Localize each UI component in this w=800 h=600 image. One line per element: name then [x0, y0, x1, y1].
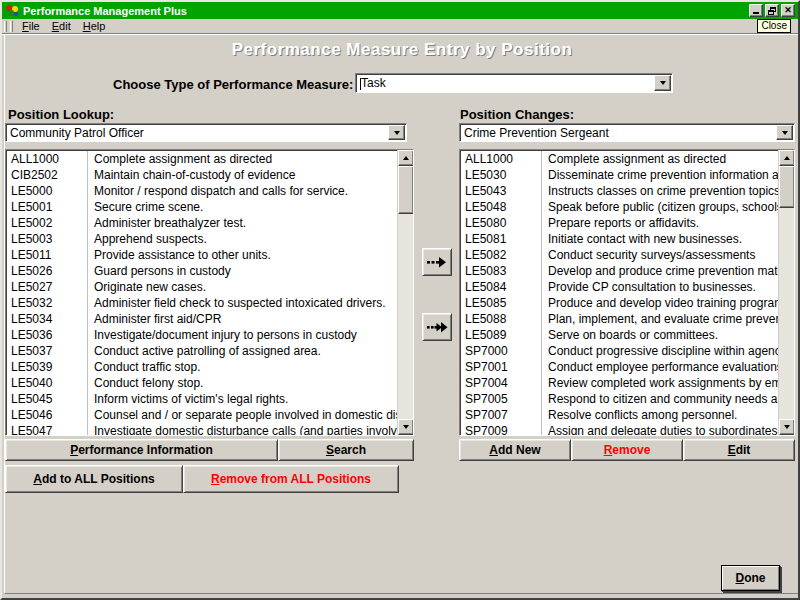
- close-button[interactable]: ✕: [781, 4, 795, 17]
- position-changes-dropdown-button[interactable]: [776, 125, 793, 140]
- menu-edit[interactable]: Edit: [46, 19, 77, 33]
- list-item[interactable]: LE5088Plan, implement, and evaluate crim…: [460, 311, 778, 327]
- measure-description: Conduct active patrolling of assigned ar…: [88, 343, 397, 359]
- arrow-down-icon: [784, 425, 790, 429]
- changes-actions-row: Add New Remove Edit: [459, 439, 795, 461]
- list-item[interactable]: LE5011Provide assistance to other units.: [6, 247, 397, 263]
- list-item[interactable]: CIB2502Maintain chain-of-custody of evid…: [6, 167, 397, 183]
- menu-file[interactable]: File: [16, 19, 46, 33]
- list-item[interactable]: SP7004Review completed work assignments …: [460, 375, 778, 391]
- scroll-up-button[interactable]: [779, 150, 795, 166]
- list-item[interactable]: LE5046Counsel and / or separate people i…: [6, 407, 397, 423]
- remove-button[interactable]: Remove: [571, 439, 683, 461]
- list-item[interactable]: LE5083Develop and produce crime preventi…: [460, 263, 778, 279]
- list-item[interactable]: LE5084Provide CP consultation to busines…: [460, 279, 778, 295]
- measure-code: LE5030: [460, 167, 542, 183]
- list-item[interactable]: LE5032Administer field check to suspecte…: [6, 295, 397, 311]
- position-changes-combobox[interactable]: Crime Prevention Sergeant: [459, 123, 795, 142]
- add-to-all-positions-button[interactable]: Add to ALL Positions: [5, 465, 183, 493]
- list-item[interactable]: LE5027Originate new cases.: [6, 279, 397, 295]
- measure-code: LE5000: [6, 183, 88, 199]
- restore-icon: [768, 7, 776, 15]
- list-item[interactable]: ALL1000Complete assignment as directed: [6, 151, 397, 167]
- list-item[interactable]: LE5081Initiate contact with new business…: [460, 231, 778, 247]
- list-item[interactable]: LE5082Conduct security surveys/assessmen…: [460, 247, 778, 263]
- measure-code: LE5040: [6, 375, 88, 391]
- list-item[interactable]: LE5080Prepare reports or affidavits.: [460, 215, 778, 231]
- position-lookup-dropdown-button[interactable]: [388, 125, 405, 140]
- measure-code: LE5026: [6, 263, 88, 279]
- list-item[interactable]: SP7009Assign and delegate duties to subo…: [460, 423, 778, 435]
- measure-description: Conduct progressive discipline within ag…: [542, 343, 778, 359]
- list-item[interactable]: ALL1000Complete assignment as directed: [460, 151, 778, 167]
- list-item[interactable]: SP7007Resolve conflicts among personnel.: [460, 407, 778, 423]
- move-all-button[interactable]: [422, 313, 452, 341]
- list-item[interactable]: LE5047Investigate domestic disturbance c…: [6, 423, 397, 435]
- lookup-actions-row: Performance Information Search: [5, 439, 414, 461]
- list-item[interactable]: LE5000Monitor / respond dispatch and cal…: [6, 183, 397, 199]
- minimize-button[interactable]: [749, 4, 763, 17]
- measure-description: Provide assistance to other units.: [88, 247, 397, 263]
- list-item[interactable]: LE5002Administer breathalyzer test.: [6, 215, 397, 231]
- add-new-button[interactable]: Add New: [459, 439, 571, 461]
- scrollbar-thumb[interactable]: [398, 166, 414, 214]
- lookup-scrollbar[interactable]: [397, 150, 413, 435]
- position-changes-value: Crime Prevention Sergeant: [460, 126, 776, 140]
- restore-button[interactable]: [765, 4, 779, 17]
- scroll-down-button[interactable]: [398, 419, 414, 435]
- list-item[interactable]: LE5034Administer first aid/CPR: [6, 311, 397, 327]
- position-lookup-listbox[interactable]: ALL1000Complete assignment as directedCI…: [5, 149, 414, 436]
- list-item[interactable]: LE5037Conduct active patrolling of assig…: [6, 343, 397, 359]
- measure-code: LE5037: [6, 343, 88, 359]
- measure-description: Disseminate crime prevention information…: [542, 167, 778, 183]
- list-item[interactable]: LE5040Conduct felony stop.: [6, 375, 397, 391]
- scrollbar-thumb[interactable]: [779, 166, 795, 208]
- list-item[interactable]: SP7000Conduct progressive discipline wit…: [460, 343, 778, 359]
- menu-grip[interactable]: [10, 21, 13, 32]
- page-title: Performance Measure Entry by Position: [5, 40, 799, 60]
- performance-information-button[interactable]: Performance Information: [5, 439, 278, 461]
- position-changes-listbox[interactable]: ALL1000Complete assignment as directedLE…: [459, 149, 795, 436]
- measure-code: LE5002: [6, 215, 88, 231]
- measure-description: Prepare reports or affidavits.: [542, 215, 778, 231]
- list-item[interactable]: SP7001Conduct employee performance evalu…: [460, 359, 778, 375]
- list-item[interactable]: LE5003Apprehend suspects.: [6, 231, 397, 247]
- position-lookup-value: Community Patrol Officer: [6, 126, 388, 140]
- measure-type-combobox[interactable]: Task: [355, 73, 673, 93]
- measure-description: Resolve conflicts among personnel.: [542, 407, 778, 423]
- list-item[interactable]: LE5026Guard persons in custody: [6, 263, 397, 279]
- list-item[interactable]: LE5085Produce and develop video training…: [460, 295, 778, 311]
- list-item[interactable]: LE5030Disseminate crime prevention infor…: [460, 167, 778, 183]
- chevron-down-icon: [782, 131, 788, 135]
- list-item[interactable]: LE5043Instructs classes on crime prevent…: [460, 183, 778, 199]
- list-item[interactable]: LE5089Serve on boards or committees.: [460, 327, 778, 343]
- scroll-down-button[interactable]: [779, 419, 795, 435]
- remove-from-all-positions-button[interactable]: Remove from ALL Positions: [183, 465, 399, 493]
- list-item[interactable]: LE5039Conduct traffic stop.: [6, 359, 397, 375]
- menu-help[interactable]: Help: [77, 19, 112, 33]
- title-bar[interactable]: Performance Management Plus ✕: [2, 2, 798, 19]
- measure-code: LE5001: [6, 199, 88, 215]
- search-button[interactable]: Search: [278, 439, 414, 461]
- position-lookup-combobox[interactable]: Community Patrol Officer: [5, 123, 407, 142]
- measure-description: Produce and develop video training progr…: [542, 295, 778, 311]
- measure-description: Complete assignment as directed: [542, 151, 778, 167]
- window-title: Performance Management Plus: [23, 5, 187, 17]
- move-selected-button[interactable]: [422, 248, 452, 276]
- list-item[interactable]: LE5045Inform victims of victim's legal r…: [6, 391, 397, 407]
- list-item[interactable]: LE5001Secure crime scene.: [6, 199, 397, 215]
- measure-code: LE5082: [460, 247, 542, 263]
- measure-description: Apprehend suspects.: [88, 231, 397, 247]
- measure-type-dropdown-button[interactable]: [654, 75, 671, 91]
- scroll-up-button[interactable]: [398, 150, 414, 166]
- done-button[interactable]: Done: [721, 565, 780, 591]
- list-item[interactable]: LE5048Speak before public (citizen group…: [460, 199, 778, 215]
- list-item[interactable]: SP7005Respond to citizen and community n…: [460, 391, 778, 407]
- list-item[interactable]: LE5036Investigate/document injury to per…: [6, 327, 397, 343]
- edit-button[interactable]: Edit: [683, 439, 795, 461]
- menu-grip[interactable]: [4, 21, 7, 32]
- measure-code: LE5045: [6, 391, 88, 407]
- measure-code: ALL1000: [6, 151, 88, 167]
- changes-scrollbar[interactable]: [778, 150, 794, 435]
- measure-type-value: Task: [356, 76, 654, 90]
